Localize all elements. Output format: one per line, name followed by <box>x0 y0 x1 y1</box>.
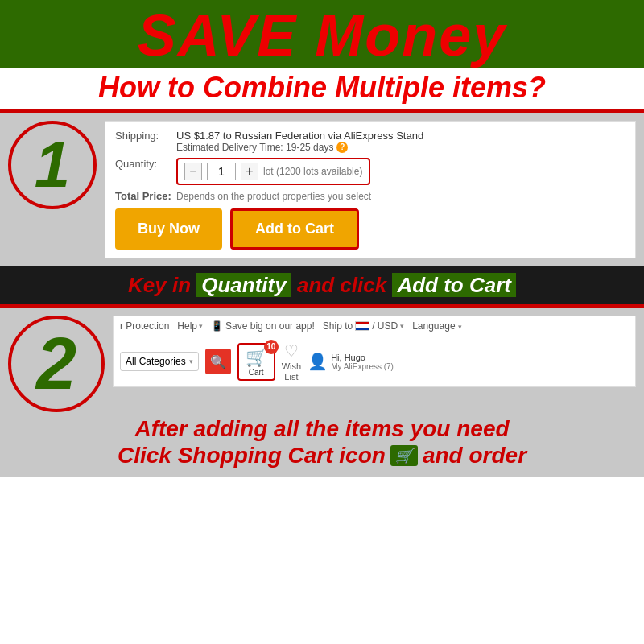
add-to-cart-button[interactable]: Add to Cart <box>230 208 359 250</box>
app-promo[interactable]: 📱 Save big on our app! <box>211 320 315 332</box>
help-chevron-icon: ▾ <box>199 322 203 330</box>
language-selector[interactable]: Language ▾ <box>412 320 462 332</box>
step1-circle: 1 <box>8 121 97 209</box>
help-menu[interactable]: Help ▾ <box>177 320 203 332</box>
add-to-cart-highlight: Add to Cart <box>392 273 516 297</box>
search-button[interactable]: 🔍 <box>205 349 231 374</box>
how-to-title: How to Combine Multiple items? <box>8 71 636 105</box>
key-in-before: Key in <box>128 273 196 297</box>
user-info: Hi, Hugo My AliExpress (7) <box>331 353 394 371</box>
qty-input[interactable] <box>207 163 236 180</box>
phone-icon: 📱 <box>211 320 223 332</box>
ship-to[interactable]: Ship to / USD ▾ <box>323 320 404 332</box>
help-icon[interactable]: ? <box>336 142 348 153</box>
lang-chevron-icon: ▾ <box>458 323 462 331</box>
qty-available: lot (1200 lots available) <box>263 166 362 177</box>
how-to-section: How to Combine Multiple items? <box>0 68 644 109</box>
qty-plus-button[interactable]: + <box>241 163 258 180</box>
user-icon: 👤 <box>308 352 328 371</box>
step2-number: 2 <box>36 328 76 400</box>
save-money-title: SAVE Money <box>0 6 644 64</box>
shipping-label: Shipping: <box>115 130 171 142</box>
user-sub: My AliExpress (7) <box>331 362 394 371</box>
shipping-row: Shipping: US $1.87 to Russian Federation… <box>115 130 625 153</box>
inline-cart-icon: 🛒 <box>390 445 418 466</box>
search-icon: 🔍 <box>210 354 226 369</box>
user-section[interactable]: 👤 Hi, Hugo My AliExpress (7) <box>308 352 394 371</box>
step1-section: 1 Shipping: US $1.87 to Russian Federati… <box>0 113 644 266</box>
cart-label: Cart <box>249 368 264 377</box>
bottom-line1: After adding all the items you need <box>11 415 633 443</box>
ship-chevron-icon: ▾ <box>400 322 404 330</box>
protection-text: r Protection <box>120 320 169 332</box>
quantity-box: − + lot (1200 lots available) <box>176 158 370 185</box>
qty-label: Quantity: <box>115 158 171 170</box>
quantity-row: Quantity: − + lot (1200 lots available) <box>115 158 625 185</box>
category-select[interactable]: All Categories ▾ <box>120 352 199 371</box>
step1-number: 1 <box>35 133 71 197</box>
top-banner: SAVE Money <box>0 0 644 68</box>
aliexpress-nav: r Protection Help ▾ 📱 Save big on our ap… <box>113 316 636 387</box>
step2-circle: 2 <box>8 316 105 412</box>
shipping-info: US $1.87 to Russian Federation via AliEx… <box>176 130 423 153</box>
cart-icon: 🛒 <box>246 347 267 368</box>
ali-search-bar: All Categories ▾ 🔍 10 🛒 Cart ♡ Wish List… <box>114 336 635 386</box>
heart-icon: ♡ <box>284 341 299 361</box>
wish-label: Wish <box>282 361 301 371</box>
delivery-time: Estimated Delivery Time: 19-25 days ? <box>176 142 423 153</box>
bottom-line2: Click Shopping Cart icon 🛒 and order <box>11 443 633 469</box>
qty-minus-button[interactable]: − <box>184 163 202 180</box>
key-in-middle: and click <box>291 273 393 297</box>
buy-now-button[interactable]: Buy Now <box>115 208 222 250</box>
product-panel: Shipping: US $1.87 to Russian Federation… <box>105 121 636 258</box>
key-in-banner: Key in Quantity and click Add to Cart <box>0 266 644 304</box>
cart-button[interactable]: 10 🛒 Cart <box>237 343 275 381</box>
ali-top-bar: r Protection Help ▾ 📱 Save big on our ap… <box>114 316 635 336</box>
step2-section: 2 r Protection Help ▾ 📱 Save big on our … <box>0 308 644 412</box>
buttons-row: Buy Now Add to Cart <box>115 208 625 250</box>
category-chevron-icon: ▾ <box>189 357 193 365</box>
quantity-highlight: Quantity <box>196 273 291 297</box>
shipping-value: US $1.87 to Russian Federation via AliEx… <box>176 130 423 142</box>
user-greeting: Hi, Hugo <box>331 353 394 362</box>
cart-badge: 10 <box>264 340 279 354</box>
wish-list-button[interactable]: ♡ Wish List <box>282 341 301 382</box>
key-in-text: Key in Quantity and click Add to Cart <box>11 273 633 298</box>
bottom-line2-part3: and order <box>423 443 526 469</box>
bottom-text-section: After adding all the items you need Clic… <box>0 412 644 477</box>
russia-flag-icon <box>355 321 369 331</box>
category-label: All Categories <box>126 356 186 367</box>
total-label: Total Price: <box>115 190 171 202</box>
total-value: Depends on the product properties you se… <box>176 191 371 202</box>
bottom-line2-part1: Click Shopping Cart icon <box>118 443 386 469</box>
list-label: List <box>284 372 298 382</box>
total-row: Total Price: Depends on the product prop… <box>115 190 625 202</box>
